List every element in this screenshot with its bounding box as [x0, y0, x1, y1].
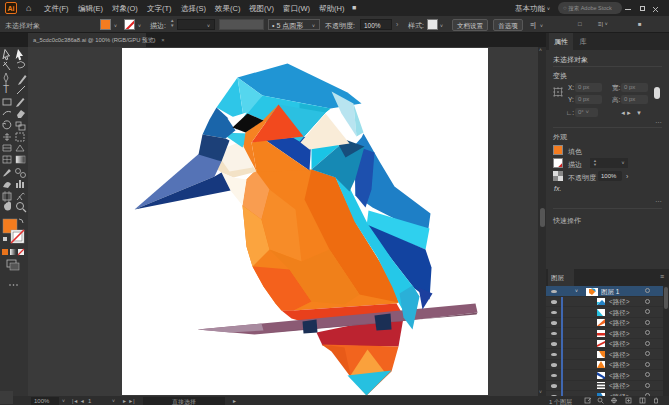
- svg-text:T: T: [3, 84, 9, 95]
